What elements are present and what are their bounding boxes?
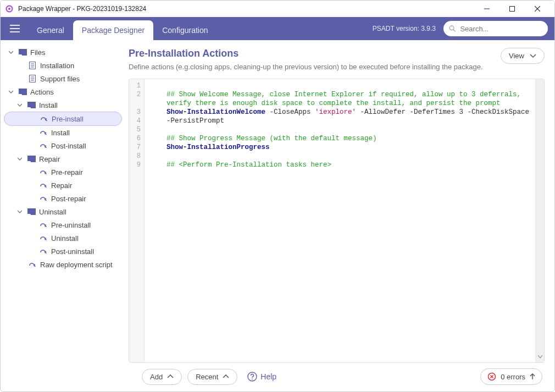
search-input[interactable]: [459, 24, 542, 34]
bottom-toolbar: Add Recent Help 0 errors: [129, 363, 545, 386]
editor-scrollbar[interactable]: [535, 79, 544, 362]
code-area[interactable]: ## Show Welcome Message, close Internet …: [145, 79, 535, 362]
svg-point-9: [449, 26, 454, 30]
chevron-up-icon: [167, 374, 174, 379]
redo-icon: [28, 260, 37, 269]
file-icon: [28, 61, 37, 70]
folder-icon: [18, 87, 27, 96]
tree-pre-repair[interactable]: Pre-repair: [4, 165, 122, 179]
folder-icon: [27, 207, 36, 216]
chevron-down-icon: [530, 54, 536, 58]
svg-point-1: [8, 8, 10, 10]
tree-post-repair[interactable]: Post-repair: [4, 192, 122, 205]
redo-icon: [39, 181, 48, 190]
redo-icon: [39, 168, 48, 176]
page-title: Pre-Installation Actions: [129, 48, 494, 59]
tree-repair[interactable]: Repair: [4, 152, 122, 165]
chevron-up-icon: [223, 374, 229, 379]
svg-point-19: [248, 372, 257, 381]
file-icon: [28, 74, 37, 83]
tree-post-install[interactable]: Post-install: [4, 139, 122, 152]
help-link[interactable]: Help: [247, 372, 276, 382]
tree-install-step[interactable]: Install: [4, 126, 122, 139]
window-title: Package Wrapper - PKG-20231019-132824: [18, 5, 474, 13]
tree-repair-step[interactable]: Repair: [4, 179, 122, 192]
psadt-version: PSADT version: 3.9.3: [373, 25, 436, 32]
navbar: General Package Designer Configuration P…: [1, 17, 554, 40]
tree-post-uninstall[interactable]: Post-uninstall: [4, 245, 122, 258]
maximize-button[interactable]: [500, 1, 525, 17]
svg-rect-3: [510, 6, 515, 11]
content: Pre-Installation Actions Define actions …: [124, 40, 554, 391]
tree-uninstall-step[interactable]: Uninstall: [4, 231, 122, 245]
redo-icon: [39, 194, 48, 203]
tab-configuration[interactable]: Configuration: [153, 20, 217, 40]
tree-installation[interactable]: Installation: [4, 59, 122, 72]
add-button[interactable]: Add: [142, 369, 182, 385]
sidebar: Files Installation Support files Actions…: [1, 40, 124, 391]
redo-icon: [39, 247, 48, 256]
redo-icon: [39, 141, 48, 150]
svg-point-20: [252, 378, 253, 379]
redo-icon: [40, 114, 48, 123]
tree-raw-script[interactable]: Raw deployment script: [4, 258, 122, 271]
tree-pre-uninstall[interactable]: Pre-uninstall: [4, 218, 122, 231]
svg-line-10: [453, 30, 455, 31]
redo-icon: [39, 234, 48, 242]
page-subtitle: Define actions (e.g.closing apps, cleani…: [129, 63, 494, 71]
code-editor[interactable]: 1 2 3 4 5 6 7 8 9 ## Show Welcome Messag…: [129, 79, 545, 363]
search-icon: [449, 25, 456, 32]
tree-actions[interactable]: Actions: [4, 85, 122, 98]
tree-pre-install[interactable]: Pre-install: [4, 112, 122, 126]
redo-icon: [39, 220, 48, 229]
tree-uninstall[interactable]: Uninstall: [4, 205, 122, 218]
minimize-button[interactable]: [474, 1, 500, 17]
app-icon: [5, 4, 14, 13]
tree-support-files[interactable]: Support files: [4, 72, 122, 85]
redo-icon: [39, 128, 48, 137]
tab-package-designer[interactable]: Package Designer: [73, 20, 153, 40]
recent-button[interactable]: Recent: [187, 369, 237, 385]
view-dropdown[interactable]: View: [501, 48, 545, 64]
folder-icon: [27, 101, 36, 109]
search-input-wrap[interactable]: [443, 21, 548, 36]
line-gutter: 1 2 3 4 5 6 7 8 9: [129, 79, 145, 362]
chevron-down-icon: [537, 353, 543, 361]
errors-button[interactable]: 0 errors: [480, 368, 542, 385]
folder-icon: [27, 154, 36, 163]
menu-button[interactable]: [7, 21, 23, 36]
tree-install[interactable]: Install: [4, 98, 122, 112]
titlebar: Package Wrapper - PKG-20231019-132824: [1, 1, 554, 17]
tree-files[interactable]: Files: [4, 46, 122, 59]
tab-general[interactable]: General: [28, 20, 73, 40]
arrow-up-icon: [530, 373, 535, 380]
close-button[interactable]: [525, 1, 550, 17]
error-icon: [487, 372, 496, 381]
folder-icon: [18, 48, 27, 57]
help-icon: [247, 372, 257, 382]
